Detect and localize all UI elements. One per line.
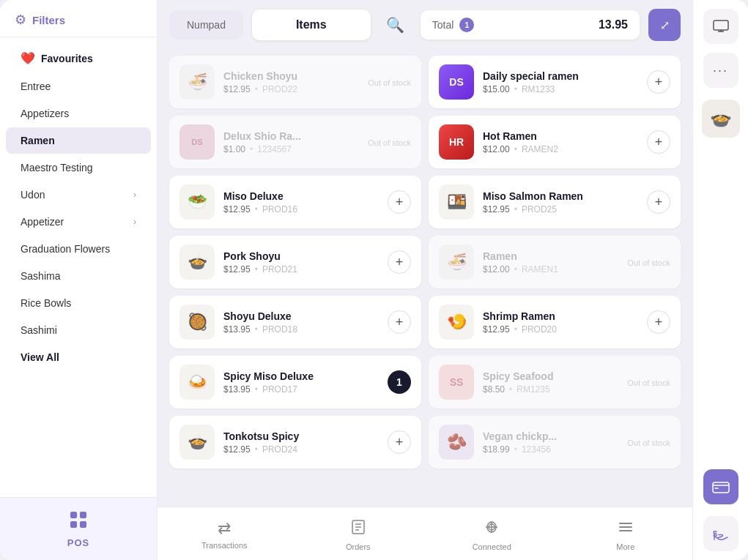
item-card-ramen[interactable]: 🍜 Ramen $12.00 • RAMEN1 Out of stock (429, 236, 681, 288)
sidebar-item-favourites-label: Favourites (41, 53, 93, 64)
expand-button[interactable]: ⤢ (648, 9, 681, 41)
out-of-stock-badge: Out of stock (627, 258, 670, 267)
item-info-spicy-miso-deluxe: Spicy Miso Deluxe $13.95 • PROD17 (223, 370, 379, 395)
item-card-delux-shio-ra[interactable]: DS Delux Shio Ra... $1.00 • 1234567 Out … (169, 116, 421, 168)
item-image-delux-shio-ra: DS (179, 124, 215, 160)
item-card-vegan-chickp[interactable]: 🫘 Vegan chickp... $18.99 • 123456 Out of… (429, 416, 681, 468)
item-card-spicy-miso-deluxe[interactable]: 🍛 Spicy Miso Deluxe $13.95 • PROD17 1 (169, 356, 421, 408)
item-name-daily-special-ramen: Daily special ramen (483, 70, 638, 82)
item-card-shoyu-deluxe[interactable]: 🥘 Shoyu Deluxe $13.95 • PROD18 + (169, 296, 421, 348)
sidebar-item-udon[interactable]: Udon › (6, 182, 151, 208)
item-card-hot-ramen[interactable]: HR Hot Ramen $12.00 • RAMEN2 + (429, 116, 681, 168)
item-name-ramen: Ramen (483, 250, 618, 262)
add-button-shoyu-deluxe[interactable]: + (388, 310, 411, 334)
item-action-chicken-shoyu: Out of stock (368, 75, 411, 89)
orders-icon (350, 519, 366, 540)
items-button[interactable]: Items (252, 10, 371, 40)
item-card-shrimp-ramen[interactable]: 🍤 Shrimp Ramen $12.95 • PROD20 + (429, 296, 681, 348)
item-action-shrimp-ramen: + (647, 310, 670, 334)
item-action-hot-ramen: + (647, 130, 670, 154)
item-card-miso-deluxe[interactable]: 🥗 Miso Deluxe $12.95 • PROD16 + (169, 176, 421, 228)
sidebar-item-sashimi[interactable]: Sashimi (6, 317, 151, 343)
item-name-miso-salmon-ramen: Miso Salmon Ramen (483, 190, 638, 202)
item-action-pork-shoyu: + (388, 250, 411, 274)
item-image-pork-shoyu: 🍲 (179, 244, 215, 280)
item-name-spicy-seafood: Spicy Seafood (483, 370, 618, 382)
item-card-miso-salmon-ramen[interactable]: 🍱 Miso Salmon Ramen $12.95 • PROD25 + (429, 176, 681, 228)
item-image-shoyu-deluxe: 🥘 (179, 305, 215, 340)
item-card-tonkotsu-spicy[interactable]: 🍲 Tonkotsu Spicy $12.95 • PROD24 + (169, 416, 421, 468)
item-card-pork-shoyu[interactable]: 🍲 Pork Shoyu $12.95 • PROD21 + (169, 236, 421, 288)
food-thumbnail: 🍲 (702, 100, 740, 138)
heart-icon: ❤️ (21, 51, 35, 65)
main-content: Numpad Items 🔍 Total 1 13.95 ⤢ 🍜 (158, 0, 692, 560)
payment-button[interactable] (703, 469, 738, 504)
add-button-pork-shoyu[interactable]: + (388, 250, 411, 274)
item-card-daily-special-ramen[interactable]: DS Daily special ramen $15.00 • RM1233 + (429, 56, 681, 108)
item-info-miso-deluxe: Miso Deluxe $12.95 • PROD16 (223, 190, 379, 214)
transactions-icon: ⇄ (218, 519, 231, 538)
sidebar-item-appetizer-label: Appetizer (21, 216, 64, 228)
sidebar-item-maestro-testing[interactable]: Maestro Testing (6, 154, 151, 181)
item-name-tonkotsu-spicy: Tonkotsu Spicy (223, 430, 379, 442)
item-action-miso-deluxe: + (388, 190, 411, 214)
sidebar-item-view-all-label: View All (21, 351, 59, 363)
item-meta-tonkotsu-spicy: $12.95 • PROD24 (223, 444, 379, 455)
add-button-daily-special-ramen[interactable]: + (647, 70, 670, 94)
item-action-delux-shio-ra: Out of stock (368, 135, 411, 149)
item-meta-shoyu-deluxe: $13.95 • PROD18 (223, 324, 379, 335)
quantity-badge-spicy-miso-deluxe[interactable]: 1 (388, 370, 411, 394)
sidebar-item-graduation-flowers[interactable]: Graduation Flowers (6, 236, 151, 262)
sidebar-item-sashima[interactable]: Sashima (6, 263, 151, 289)
dollar-hand-button[interactable]: $ (703, 516, 738, 551)
item-info-shrimp-ramen: Shrimp Ramen $12.95 • PROD20 (483, 310, 638, 335)
more-options-button[interactable]: ··· (703, 53, 738, 88)
chevron-right-icon: › (133, 217, 136, 227)
numpad-button[interactable]: Numpad (169, 10, 243, 40)
sidebar-item-favourites[interactable]: ❤️ Favourites (6, 44, 151, 72)
item-image-tonkotsu-spicy: 🍲 (179, 425, 215, 460)
sidebar-item-view-all[interactable]: View All (6, 344, 151, 370)
item-card-spicy-seafood[interactable]: SS Spicy Seafood $8.50 • RM1235 Out of s… (429, 356, 681, 408)
out-of-stock-badge: Out of stock (627, 438, 670, 447)
svg-rect-17 (713, 482, 729, 493)
add-button-hot-ramen[interactable]: + (647, 130, 670, 154)
nav-tab-transactions[interactable]: ⇄ Transactions (158, 513, 292, 557)
items-grid: 🍜 Chicken Shoyu $12.95 • PROD22 Out of s… (158, 50, 692, 507)
nav-tab-orders[interactable]: Orders (292, 513, 426, 557)
add-button-tonkotsu-spicy[interactable]: + (388, 430, 411, 454)
item-card-chicken-shoyu[interactable]: 🍜 Chicken Shoyu $12.95 • PROD22 Out of s… (169, 56, 421, 108)
item-info-miso-salmon-ramen: Miso Salmon Ramen $12.95 • PROD25 (483, 190, 638, 214)
nav-tab-connected[interactable]: Connected (425, 513, 559, 557)
pos-button[interactable]: POS (12, 509, 145, 548)
monitor-button[interactable] (703, 9, 738, 44)
item-image-vegan-chickp: 🫘 (439, 425, 474, 460)
nav-tab-more[interactable]: More (559, 513, 693, 557)
item-name-spicy-miso-deluxe: Spicy Miso Deluxe (223, 370, 379, 382)
item-image-miso-deluxe: 🥗 (179, 184, 215, 220)
add-button-shrimp-ramen[interactable]: + (647, 310, 670, 334)
sidebar-nav: ❤️ Favourites Entree Appetizers Ramen Ma… (0, 37, 157, 497)
item-name-delux-shio-ra: Delux Shio Ra... (223, 130, 359, 142)
total-count-badge: 1 (459, 18, 474, 32)
add-button-miso-deluxe[interactable]: + (388, 190, 411, 214)
sidebar-item-appetizer[interactable]: Appetizer › (6, 209, 151, 235)
item-image-shrimp-ramen: 🍤 (439, 305, 474, 340)
sidebar-item-ramen[interactable]: Ramen (6, 127, 151, 154)
item-image-spicy-seafood: SS (439, 365, 474, 400)
filter-icon: ⚙ (15, 12, 26, 28)
sidebar-item-sashima-label: Sashima (21, 270, 60, 282)
sidebar-filters-header: ⚙ Filters (0, 0, 157, 37)
search-button[interactable]: 🔍 (379, 9, 412, 41)
item-meta-hot-ramen: $12.00 • RAMEN2 (483, 144, 638, 154)
connected-label: Connected (473, 542, 511, 551)
chevron-right-icon: › (133, 190, 136, 200)
sidebar-item-appetizers[interactable]: Appetizers (6, 100, 151, 127)
sidebar-item-entree[interactable]: Entree (6, 73, 151, 100)
add-button-miso-salmon-ramen[interactable]: + (647, 190, 670, 214)
sidebar-item-rice-bowls[interactable]: Rice Bowls (6, 290, 151, 316)
right-panel: ··· 🍲 $ (692, 0, 748, 560)
svg-rect-3 (80, 521, 86, 528)
pos-label: POS (67, 537, 89, 548)
filters-label[interactable]: Filters (32, 14, 65, 26)
